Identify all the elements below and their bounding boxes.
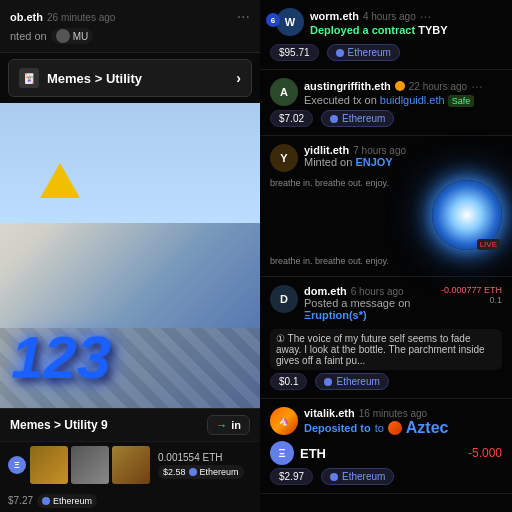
austin-username[interactable]: austingriffith.eth: [304, 80, 391, 92]
worm-price-row: $95.71 Ethereum: [270, 44, 502, 61]
card-header-worm: 6 W worm.eth 4 hours ago ··· Deployed a …: [270, 8, 502, 40]
eth-dot-dom: [324, 378, 332, 386]
minted-label: nted on: [10, 30, 47, 42]
avatar-worm-container: 6 W: [270, 8, 304, 36]
to-text: to: [375, 422, 384, 434]
dom-price-tag: $0.1: [270, 373, 307, 390]
worm-action: Deployed a contract TYBY: [310, 24, 502, 36]
dom-eth-line2: 0.1: [441, 295, 502, 305]
thumb-item-3[interactable]: [112, 446, 150, 484]
vitalik-username[interactable]: vitalik.eth: [304, 407, 355, 419]
vitalik-chain: Ethereum: [342, 471, 385, 482]
left-panel: ob.eth 26 minutes ago ··· nted on MU 🃏 M…: [0, 0, 260, 512]
vitalik-title-row: vitalik.eth 16 minutes ago: [304, 407, 502, 419]
aztec-icon: [388, 421, 402, 435]
worm-username[interactable]: worm.eth: [310, 10, 359, 22]
dom-price-row: $0.1 Ethereum: [270, 373, 502, 390]
in-label: in: [231, 419, 241, 431]
thumbnail-row: Ξ 0.001554 ETH $2.58 Ethereum: [0, 441, 260, 488]
aztec-label: Aztec: [406, 419, 449, 437]
top-username[interactable]: ob.eth: [10, 11, 43, 23]
eth-price-text: 0.001554 ETH: [158, 452, 244, 463]
yidlit-title-row: yidlit.eth 7 hours ago: [304, 144, 502, 156]
thumb-item-1[interactable]: [30, 446, 68, 484]
dom-title-row: dom.eth 6 hours ago: [304, 285, 435, 297]
star-icon: [395, 81, 405, 91]
avatar-austin: A: [270, 78, 298, 106]
top-time: 26 minutes ago: [47, 12, 115, 23]
nft-3d-text: 123: [11, 327, 111, 388]
vitalik-price-row: $2.97 Ethereum: [270, 468, 502, 485]
worm-dots[interactable]: ···: [420, 8, 432, 24]
card-meta-yidlit: yidlit.eth 7 hours ago Minted on ENJOY: [304, 144, 502, 172]
vitalik-time: 16 minutes ago: [359, 408, 427, 419]
thumb-item-2[interactable]: [71, 446, 109, 484]
nft-sky-bg: [0, 103, 260, 223]
austin-title-row: austingriffith.eth 22 hours ago ···: [304, 78, 502, 94]
austin-dots[interactable]: ···: [471, 78, 483, 94]
eth-logo-vitalik: Ξ: [270, 441, 294, 465]
memes-label: Memes > Utility: [47, 71, 142, 86]
bottom-price-row: $7.27 Ethereum: [0, 488, 260, 512]
memes-utility-bar: Memes > Utility 9 → in: [0, 408, 260, 441]
eth-usd-badge: $2.58 Ethereum: [158, 465, 244, 479]
ethereum-label-2: Ethereum: [53, 496, 92, 506]
dom-chain: Ethereum: [336, 376, 379, 387]
yidlit-username[interactable]: yidlit.eth: [304, 144, 349, 156]
card-header-yidlit: Y yidlit.eth 7 hours ago Minted on ENJOY: [270, 144, 502, 172]
memes-utility-banner[interactable]: 🃏 Memes > Utility ›: [8, 59, 252, 97]
eth-dot-2: [42, 497, 50, 505]
eth-dot-austin: [330, 115, 338, 123]
eth-usd-value: $2.58: [163, 467, 186, 477]
badge-num: 6: [266, 13, 280, 27]
card-header-vitalik: 🦄 vitalik.eth 16 minutes ago Deposited t…: [270, 407, 502, 437]
card-meta-dom: dom.eth 6 hours ago Posted a message on …: [304, 285, 435, 325]
breathe-text-2: breathe in. breathe out. enjoy.: [270, 254, 502, 268]
eth-logo-small: Ξ: [8, 456, 26, 474]
austin-chain-tag: Ethereum: [321, 110, 394, 127]
breathe-text-1: breathe in. breathe out. enjoy.: [270, 176, 426, 190]
dom-eth-amount: -0.000777 ETH 0.1: [441, 285, 502, 305]
austin-chain: Ethereum: [342, 113, 385, 124]
avatar-dom: D: [270, 285, 298, 313]
arrow-in-button[interactable]: → in: [207, 415, 250, 435]
feed-card-austin: A austingriffith.eth 22 hours ago ··· Ex…: [260, 70, 512, 136]
dom-username[interactable]: dom.eth: [304, 285, 347, 297]
austin-price-tag: $7.02: [270, 110, 313, 127]
orb-container: LIVE: [432, 176, 502, 254]
worm-time: 4 hours ago: [363, 11, 416, 22]
dom-message: ① The voice of my future self seems to f…: [270, 329, 502, 370]
right-panel: 6 W worm.eth 4 hours ago ··· Deployed a …: [260, 0, 512, 512]
worm-price: $95.71: [279, 47, 310, 58]
feed-card-vitalik: 🦄 vitalik.eth 16 minutes ago Deposited t…: [260, 399, 512, 494]
austin-action: Executed tx on buidlguidl.eth Safe: [304, 94, 502, 106]
yidlit-text-area: breathe in. breathe out. enjoy.: [270, 176, 426, 254]
eth-symbol-vitalik: ETH: [300, 446, 326, 461]
live-badge: LIVE: [477, 239, 500, 250]
feed-top-item: ob.eth 26 minutes ago ··· nted on MU: [0, 0, 260, 53]
dom-action: Posted a message on Ξruption(s*): [304, 297, 435, 321]
feed-card-yidlit: Y yidlit.eth 7 hours ago Minted on ENJOY…: [260, 136, 512, 277]
memes-utility-9-label: Memes > Utility 9: [10, 418, 108, 432]
mu-badge: MU: [51, 28, 94, 44]
card-title-row: worm.eth 4 hours ago ···: [310, 8, 502, 24]
worm-chain-tag: Ethereum: [327, 44, 400, 61]
mu-icon: [56, 29, 70, 43]
more-dots[interactable]: ···: [237, 8, 250, 26]
avatar-yidlit: Y: [270, 144, 298, 172]
dom-time: 6 hours ago: [351, 286, 404, 297]
eth-neg-vitalik: -5.000: [468, 446, 502, 460]
yidlit-time: 7 hours ago: [353, 145, 406, 156]
card-header-austin: A austingriffith.eth 22 hours ago ··· Ex…: [270, 78, 502, 106]
ethereum-label: Ethereum: [200, 467, 239, 477]
worm-chain: Ethereum: [348, 47, 391, 58]
feed-card-dom: D dom.eth 6 hours ago Posted a message o…: [260, 277, 512, 399]
vitalik-price: $2.97: [279, 471, 304, 482]
yidlit-content: breathe in. breathe out. enjoy. LIVE: [270, 176, 502, 254]
dom-eth-neg: -0.000777 ETH: [441, 285, 502, 295]
yidlit-action: Minted on ENJOY: [304, 156, 502, 168]
vitalik-chain-tag: Ethereum: [321, 468, 394, 485]
eth-dot-worm: [336, 49, 344, 57]
bottom-eth-badge: Ethereum: [37, 494, 97, 508]
eth-price-block: 0.001554 ETH $2.58 Ethereum: [158, 452, 244, 479]
